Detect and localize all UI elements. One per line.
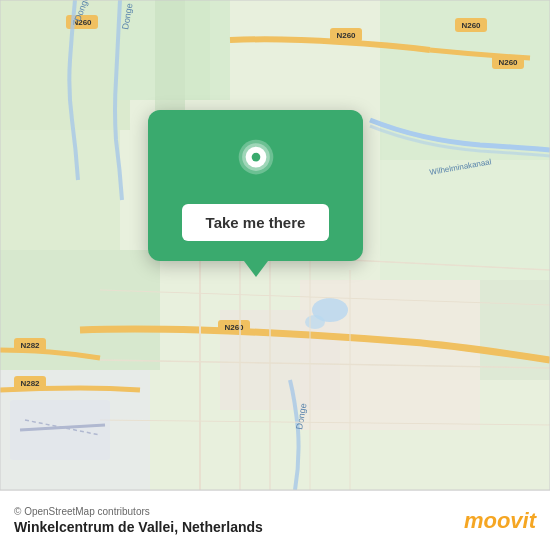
svg-rect-7 <box>380 160 550 280</box>
svg-rect-2 <box>0 130 120 250</box>
map-container: N260 N260 N260 N260 N260 N282 N282 Donge… <box>0 0 550 490</box>
svg-point-49 <box>251 153 260 162</box>
svg-text:N282: N282 <box>20 379 40 388</box>
svg-rect-12 <box>185 0 210 100</box>
footer: © OpenStreetMap contributors Winkelcentr… <box>0 490 550 550</box>
popup-card: Take me there <box>148 110 363 261</box>
location-pin-icon <box>230 138 282 190</box>
svg-text:N260: N260 <box>336 31 356 40</box>
moovit-brand-text: moovit <box>464 508 536 534</box>
take-me-there-button[interactable]: Take me there <box>182 204 330 241</box>
location-name: Winkelcentrum de Vallei, Netherlands <box>14 519 263 535</box>
footer-left: © OpenStreetMap contributors Winkelcentr… <box>14 506 263 535</box>
svg-text:N282: N282 <box>20 341 40 350</box>
moovit-logo: moovit <box>464 508 536 534</box>
svg-point-14 <box>305 315 325 329</box>
svg-text:N260: N260 <box>461 21 481 30</box>
svg-text:N260: N260 <box>498 58 518 67</box>
map-attribution: © OpenStreetMap contributors <box>14 506 263 517</box>
svg-text:N260: N260 <box>224 323 244 332</box>
